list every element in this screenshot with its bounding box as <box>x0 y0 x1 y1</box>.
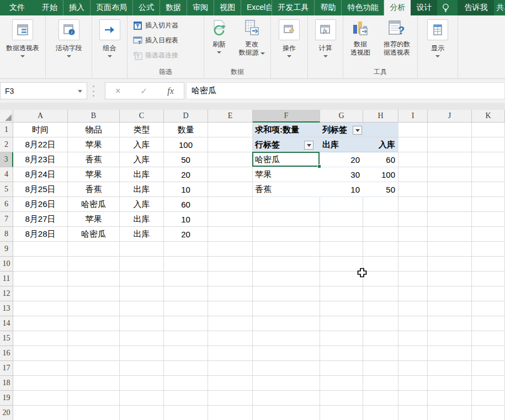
name-box[interactable]: F3 <box>0 82 87 99</box>
tab-view[interactable]: 视图 <box>214 0 241 15</box>
cell-C14[interactable] <box>120 316 164 331</box>
cell-K11[interactable] <box>472 272 505 286</box>
cell-H4[interactable]: 100 <box>363 167 398 182</box>
tab-data[interactable]: 数据 <box>160 0 187 15</box>
cell-D6[interactable]: 60 <box>164 197 208 212</box>
cell-E4[interactable] <box>208 167 253 182</box>
cell-C10[interactable] <box>120 257 164 272</box>
row-header-10[interactable]: 10 <box>0 257 13 272</box>
cell-E16[interactable] <box>208 346 253 361</box>
tab-file[interactable]: 文件 <box>0 0 34 15</box>
cell-K9[interactable] <box>472 242 505 257</box>
cell-I6[interactable] <box>398 197 428 212</box>
cell-J19[interactable] <box>428 391 472 406</box>
cell-K13[interactable] <box>472 301 505 316</box>
cell-D16[interactable] <box>164 346 208 361</box>
cell-E14[interactable] <box>208 316 253 331</box>
cell-B5[interactable]: 香蕉 <box>68 182 120 197</box>
row-header-19[interactable]: 19 <box>0 391 13 406</box>
name-box-dropdown-icon[interactable] <box>78 90 82 93</box>
col-header-G[interactable]: G <box>320 110 363 123</box>
cell-K3[interactable] <box>472 152 505 167</box>
cell-B10[interactable] <box>68 257 120 272</box>
fill-handle[interactable] <box>317 164 321 168</box>
cell-H18[interactable] <box>363 376 398 391</box>
cell-B17[interactable] <box>68 361 120 376</box>
cell-I1[interactable] <box>398 123 428 137</box>
cell-H13[interactable] <box>363 301 398 316</box>
col-header-E[interactable]: E <box>208 110 253 123</box>
cell-E11[interactable] <box>208 272 253 286</box>
cell-K20[interactable] <box>472 406 505 420</box>
row-header-2[interactable]: 2 <box>0 137 13 152</box>
cell-C19[interactable] <box>120 391 164 406</box>
cell-D18[interactable] <box>164 376 208 391</box>
cell-I9[interactable] <box>398 242 428 257</box>
cell-K14[interactable] <box>472 316 505 331</box>
cell-J13[interactable] <box>428 301 472 316</box>
active-field-button[interactable]: i 活动字段 <box>46 15 92 78</box>
cell-B14[interactable] <box>68 316 120 331</box>
cell-H8[interactable] <box>363 227 398 242</box>
cell-B8[interactable]: 哈密瓜 <box>68 227 120 242</box>
cell-J2[interactable] <box>428 137 472 152</box>
cell-I10[interactable] <box>398 257 428 272</box>
row-header-13[interactable]: 13 <box>0 301 13 316</box>
cell-J12[interactable] <box>428 286 472 301</box>
cell-F17[interactable] <box>253 361 320 376</box>
cell-G19[interactable] <box>320 391 363 406</box>
cell-H17[interactable] <box>363 361 398 376</box>
cell-B3[interactable]: 香蕉 <box>68 152 120 167</box>
cell-K19[interactable] <box>472 391 505 406</box>
cell-H6[interactable] <box>363 197 398 212</box>
cell-D3[interactable]: 50 <box>164 152 208 167</box>
cell-J14[interactable] <box>428 316 472 331</box>
col-header-J[interactable]: J <box>428 110 472 123</box>
cell-I3[interactable] <box>398 152 428 167</box>
cell-C1[interactable]: 类型 <box>120 123 164 137</box>
row-header-16[interactable]: 16 <box>0 346 13 361</box>
cell-F20[interactable] <box>253 406 320 420</box>
cell-K18[interactable] <box>472 376 505 391</box>
cell-J9[interactable] <box>428 242 472 257</box>
cell-H5[interactable]: 50 <box>363 182 398 197</box>
cell-I7[interactable] <box>398 212 428 227</box>
cell-F10[interactable] <box>253 257 320 272</box>
cell-I5[interactable] <box>398 182 428 197</box>
cell-I17[interactable] <box>398 361 428 376</box>
cell-G2[interactable]: 出库 <box>320 137 363 152</box>
cell-H20[interactable] <box>363 406 398 420</box>
cell-C11[interactable] <box>120 272 164 286</box>
cell-G4[interactable]: 30 <box>320 167 363 182</box>
cell-K4[interactable] <box>472 167 505 182</box>
cell-J8[interactable] <box>428 227 472 242</box>
cell-E19[interactable] <box>208 391 253 406</box>
cell-D9[interactable] <box>164 242 208 257</box>
cell-B11[interactable] <box>68 272 120 286</box>
cell-E12[interactable] <box>208 286 253 301</box>
cell-I20[interactable] <box>398 406 428 420</box>
cell-E20[interactable] <box>208 406 253 420</box>
cell-H3[interactable]: 60 <box>363 152 398 167</box>
cell-C7[interactable]: 出库 <box>120 212 164 227</box>
row-header-18[interactable]: 18 <box>0 376 13 391</box>
cell-C18[interactable] <box>120 376 164 391</box>
cell-F5[interactable]: 香蕉 <box>253 182 320 197</box>
calculations-button[interactable]: fx 计算 <box>308 15 343 78</box>
cell-B6[interactable]: 哈密瓜 <box>68 197 120 212</box>
cell-D7[interactable]: 10 <box>164 212 208 227</box>
cell-J15[interactable] <box>428 331 472 346</box>
cell-H2[interactable]: 入库 <box>363 137 398 152</box>
cell-B13[interactable] <box>68 301 120 316</box>
cell-G17[interactable] <box>320 361 363 376</box>
cell-G8[interactable] <box>320 227 363 242</box>
cell-G6[interactable] <box>320 197 363 212</box>
cell-C9[interactable] <box>120 242 164 257</box>
cell-C12[interactable] <box>120 286 164 301</box>
cell-G18[interactable] <box>320 376 363 391</box>
cell-K7[interactable] <box>472 212 505 227</box>
cell-G3[interactable]: 20 <box>320 152 363 167</box>
cell-D15[interactable] <box>164 331 208 346</box>
cell-C20[interactable] <box>120 406 164 420</box>
cell-F6[interactable] <box>253 197 320 212</box>
